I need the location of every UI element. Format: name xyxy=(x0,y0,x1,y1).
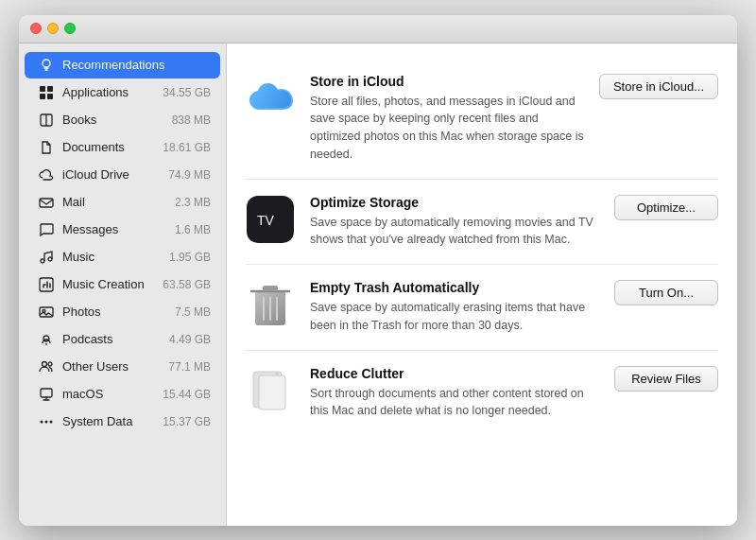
cloud-icon xyxy=(38,166,55,183)
svg-point-0 xyxy=(43,60,50,67)
card-action-icloud: Store in iCloud... xyxy=(599,74,718,99)
sidebar-item-label: Music xyxy=(62,250,162,264)
users-icon xyxy=(38,358,55,375)
action-button-reduce-clutter[interactable]: Review Files xyxy=(614,366,718,392)
sidebar-item-books[interactable]: Books838 MB xyxy=(25,107,220,133)
sidebar-item-size: 1.95 GB xyxy=(169,251,211,264)
card-text-reduce-clutter: Reduce ClutterSort through documents and… xyxy=(310,366,599,421)
svg-rect-3 xyxy=(40,94,45,99)
lightbulb-icon xyxy=(38,57,55,74)
recommendation-card-reduce-clutter: Reduce ClutterSort through documents and… xyxy=(246,351,718,436)
minimize-button[interactable] xyxy=(47,23,59,34)
card-title-icloud: Store in iCloud xyxy=(310,74,584,89)
sidebar: RecommendationsApplications34.55 GBBooks… xyxy=(19,44,227,526)
sidebar-item-mail[interactable]: Mail2.3 MB xyxy=(25,189,220,216)
sidebar-item-size: 15.44 GB xyxy=(163,388,211,401)
sidebar-item-label: Other Users xyxy=(62,359,161,374)
svg-point-8 xyxy=(48,257,52,261)
sidebar-item-recommendations[interactable]: Recommendations xyxy=(25,52,220,78)
recommendation-card-optimize: TV Optimize StorageSave space by automat… xyxy=(246,180,718,266)
sidebar-item-size: 2.3 MB xyxy=(175,196,211,209)
sidebar-item-size: 15.37 GB xyxy=(163,415,211,428)
sidebar-item-label: Recommendations xyxy=(62,58,211,72)
recommendation-card-icloud: Store in iCloudStore all files, photos, … xyxy=(246,59,718,180)
doc-icon xyxy=(38,139,55,156)
sidebar-item-label: Podcasts xyxy=(62,332,162,346)
svg-rect-9 xyxy=(40,278,53,291)
sidebar-item-size: 74.9 MB xyxy=(168,168,211,182)
content-area: RecommendationsApplications34.55 GBBooks… xyxy=(19,44,737,526)
svg-point-7 xyxy=(41,259,44,263)
music-creation-icon xyxy=(38,276,55,293)
sidebar-item-size: 34.55 GB xyxy=(163,86,211,99)
photo-icon xyxy=(38,304,55,321)
sidebar-item-label: System Data xyxy=(62,414,155,428)
sidebar-item-photos[interactable]: Photos7.5 MB xyxy=(25,299,220,325)
recommendation-card-empty-trash: Empty Trash AutomaticallySave space by a… xyxy=(246,265,718,351)
sidebar-item-music[interactable]: Music1.95 GB xyxy=(25,244,220,270)
sidebar-item-other-users[interactable]: Other Users77.1 MB xyxy=(25,354,220,380)
music-icon xyxy=(38,249,55,266)
action-button-empty-trash[interactable]: Turn On... xyxy=(614,280,718,305)
sidebar-item-macos[interactable]: macOS15.44 GB xyxy=(25,381,220,408)
sidebar-item-icloud-drive[interactable]: iCloud Drive74.9 MB xyxy=(25,162,220,188)
svg-text:TV: TV xyxy=(257,213,275,228)
card-action-empty-trash: Turn On... xyxy=(614,280,718,305)
sidebar-item-size: 1.6 MB xyxy=(175,223,211,236)
macos-icon xyxy=(38,386,55,403)
card-desc-reduce-clutter: Sort through documents and other content… xyxy=(310,385,599,421)
sidebar-item-size: 4.49 GB xyxy=(169,333,211,346)
svg-point-15 xyxy=(48,362,52,366)
card-action-reduce-clutter: Review Files xyxy=(614,366,718,392)
appletv-card-icon: TV xyxy=(246,195,295,244)
card-desc-icloud: Store all files, photos, and messages in… xyxy=(310,93,584,164)
action-button-optimize[interactable]: Optimize... xyxy=(614,195,718,220)
mail-icon xyxy=(38,194,55,211)
card-text-optimize: Optimize StorageSave space by automatica… xyxy=(310,195,599,250)
clutter-card-icon xyxy=(246,366,295,415)
card-text-empty-trash: Empty Trash AutomaticallySave space by a… xyxy=(310,280,599,335)
traffic-lights xyxy=(30,23,76,34)
action-button-icloud[interactable]: Store in iCloud... xyxy=(599,74,718,99)
sidebar-item-label: Documents xyxy=(62,140,155,154)
podcast-icon xyxy=(38,331,55,348)
card-title-optimize: Optimize Storage xyxy=(310,195,599,210)
sidebar-item-podcasts[interactable]: Podcasts4.49 GB xyxy=(25,326,220,353)
book-icon xyxy=(38,112,55,129)
card-action-optimize: Optimize... xyxy=(614,195,718,220)
sidebar-item-label: Books xyxy=(62,113,164,127)
sidebar-item-music-creation[interactable]: Music Creation63.58 GB xyxy=(25,271,220,298)
main-window: RecommendationsApplications34.55 GBBooks… xyxy=(19,15,737,526)
card-title-empty-trash: Empty Trash Automatically xyxy=(310,280,599,295)
sidebar-item-label: Applications xyxy=(62,85,155,99)
icloud-card-icon xyxy=(246,74,295,123)
card-desc-empty-trash: Save space by automatically erasing item… xyxy=(310,299,599,335)
svg-point-19 xyxy=(50,420,53,423)
main-panel: Store in iCloudStore all files, photos, … xyxy=(227,44,737,526)
sidebar-item-size: 838 MB xyxy=(172,113,211,127)
card-text-icloud: Store in iCloudStore all files, photos, … xyxy=(310,74,584,164)
sidebar-item-size: 77.1 MB xyxy=(168,360,211,374)
sidebar-item-system-data[interactable]: System Data15.37 GB xyxy=(25,409,220,435)
maximize-button[interactable] xyxy=(64,23,76,34)
titlebar xyxy=(19,15,737,44)
svg-rect-4 xyxy=(47,94,53,99)
sidebar-item-size: 63.58 GB xyxy=(163,278,211,291)
svg-rect-24 xyxy=(263,286,278,291)
sidebar-item-applications[interactable]: Applications34.55 GB xyxy=(25,79,220,106)
trash-card-icon xyxy=(246,280,295,329)
sidebar-item-label: Music Creation xyxy=(62,277,155,291)
svg-rect-6 xyxy=(40,199,53,207)
sidebar-item-documents[interactable]: Documents18.61 GB xyxy=(25,134,220,161)
dots-icon xyxy=(38,413,55,430)
sidebar-item-label: iCloud Drive xyxy=(62,167,161,182)
card-title-reduce-clutter: Reduce Clutter xyxy=(310,366,599,381)
grid-icon xyxy=(38,84,55,101)
sidebar-item-label: macOS xyxy=(62,387,155,401)
message-icon xyxy=(38,221,55,238)
sidebar-item-messages[interactable]: Messages1.6 MB xyxy=(25,217,220,243)
svg-rect-2 xyxy=(47,86,53,92)
close-button[interactable] xyxy=(30,23,42,34)
svg-point-14 xyxy=(43,361,47,366)
card-desc-optimize: Save space by automatically removing mov… xyxy=(310,214,599,250)
